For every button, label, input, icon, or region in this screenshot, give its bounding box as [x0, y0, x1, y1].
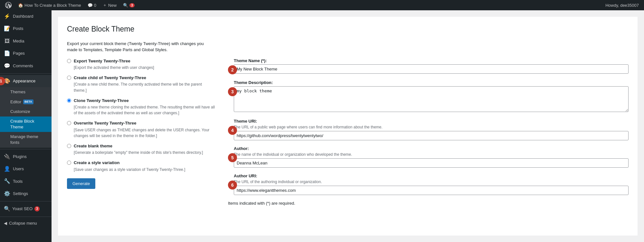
sidebar-item-users[interactable]: 👤 Users [0, 163, 52, 175]
comments-count: 0 [94, 3, 96, 8]
sidebar-item-posts[interactable]: 📝 Posts [0, 23, 52, 35]
new-content-button[interactable]: ＋ New [100, 0, 119, 10]
comments-link[interactable]: 💬 0 [85, 0, 99, 10]
page-title: Create Block Theme [67, 24, 629, 34]
sidebar-item-dashboard[interactable]: ⚡ Dashboard [0, 10, 52, 23]
radio-clone[interactable] [67, 98, 71, 103]
yoast-notifications[interactable]: 🔍 3 [120, 0, 137, 10]
radio-clone-label: Clone Twenty Twenty-Three [Create a new … [74, 98, 215, 116]
radio-style-variation[interactable] [67, 161, 71, 165]
generate-button[interactable]: Generate [67, 178, 95, 189]
pages-label: Pages [13, 51, 25, 56]
step-6-circle: 6 [228, 181, 237, 190]
pages-icon: 📄 [4, 50, 10, 57]
admin-bar: 🏠 How To Create a Block Theme 💬 0 ＋ New … [0, 0, 644, 10]
sidebar-item-create-block-theme[interactable]: Create Block Theme [0, 116, 52, 132]
comments-icon: 💬 [88, 3, 93, 8]
sidebar-item-plugins[interactable]: 🔌 Plugins [0, 151, 52, 163]
theme-uri-field-group: Theme URI: The URL of a public web page … [234, 119, 629, 140]
author-uri-label: Author URI: [234, 173, 629, 178]
plugins-icon: 🔌 [4, 153, 10, 160]
media-icon: 🖼 [4, 38, 10, 45]
sidebar-item-pages[interactable]: 📄 Pages [0, 47, 52, 60]
customize-label: Customize [10, 109, 30, 115]
comments-icon: 💬 [4, 62, 10, 70]
wp-logo-button[interactable] [3, 0, 14, 10]
radio-group: Export Twenty Twenty-Three [Export the a… [67, 58, 215, 172]
step-3-circle: 3 [228, 87, 237, 96]
author-input[interactable] [234, 158, 629, 168]
sidebar-item-editor[interactable]: Editor beta [0, 97, 52, 107]
form-fields-column: 2 Theme Name (*): 3 Theme Description: m… [228, 58, 629, 206]
sidebar-item-tools[interactable]: 🔧 Tools [0, 175, 52, 187]
main-content: Create Block Theme Export your current b… [52, 10, 644, 242]
sidebar-item-comments[interactable]: 💬 Comments [0, 60, 52, 72]
radio-option-child: Create child of Twenty Twenty-Three [Cre… [67, 75, 215, 93]
sidebar-item-themes[interactable]: Themes [0, 87, 52, 97]
sidebar-item-customize[interactable]: Customize [0, 107, 52, 116]
sidebar-item-media[interactable]: 🖼 Media [0, 35, 52, 47]
dashboard-label: Dashboard [13, 14, 33, 19]
plus-icon: ＋ [103, 2, 107, 8]
notification-count: 3 [129, 3, 135, 7]
plugins-label: Plugins [13, 154, 27, 160]
settings-icon: ⚙️ [4, 190, 10, 197]
required-note: Items indicated with (*) are required. [228, 201, 629, 206]
radio-option-export: Export Twenty Twenty-Three [Export the a… [67, 58, 215, 70]
appearance-label: Appearance [13, 78, 35, 84]
radio-export[interactable] [67, 59, 71, 63]
yoast-icon: 🔍 [123, 3, 128, 8]
site-name-link[interactable]: 🏠 How To Create a Block Theme [15, 0, 84, 10]
sidebar-item-yoast[interactable]: 🔍 Yoast SEO 3 [0, 203, 52, 215]
author-uri-input[interactable] [234, 186, 629, 195]
radio-style-variation-label: Create a style variation [Save user chan… [74, 160, 185, 172]
settings-label: Settings [13, 191, 28, 197]
theme-description-field-group: Theme Description: my block theme [234, 80, 629, 113]
yoast-badge: 3 [34, 206, 40, 211]
admin-sidebar: ⚡ Dashboard 📝 Posts 🖼 Media 📄 Pages 💬 Co… [0, 10, 52, 242]
step-2-circle: 2 [228, 65, 237, 74]
radio-overwrite[interactable] [67, 121, 71, 125]
theme-name-label: Theme Name (*): [234, 58, 629, 63]
radio-overwrite-label: Overwrite Twenty Twenty-Three [Save USER… [74, 120, 215, 139]
radio-child[interactable] [67, 76, 71, 80]
author-sublabel: The name of the individual or organizati… [234, 152, 629, 157]
radio-option-blank: Create blank theme [Generate a boilerpla… [67, 143, 215, 155]
tools-label: Tools [13, 179, 23, 184]
collapse-menu-button[interactable]: ◀ Collapse menu [0, 218, 52, 228]
content-wrap: Create Block Theme Export your current b… [58, 17, 638, 236]
export-description: Export your current block theme (Twenty … [67, 41, 215, 53]
sidebar-item-appearance[interactable]: 🎨 Appearance 1 [0, 75, 52, 87]
users-icon: 👤 [4, 165, 10, 172]
posts-icon: 📝 [4, 25, 10, 32]
author-uri-sublabel: The URL of the authoring individual or o… [234, 180, 629, 184]
theme-name-input[interactable] [234, 64, 629, 74]
theme-uri-sublabel: The URL of a public web page where users… [234, 125, 629, 129]
manage-theme-fonts-label: Manage theme fonts [10, 134, 48, 145]
beta-badge: beta [23, 99, 33, 104]
collapse-menu-label: Collapse menu [9, 221, 37, 226]
radio-option-clone: Clone Twenty Twenty-Three [Create a new … [67, 98, 215, 116]
radio-option-overwrite: Overwrite Twenty Twenty-Three [Save USER… [67, 120, 215, 139]
howdy-text: Howdy, dee35007 [603, 3, 641, 8]
sidebar-item-settings[interactable]: ⚙️ Settings [0, 188, 52, 200]
radio-export-label: Export Twenty Twenty-Three [Export the a… [74, 58, 154, 70]
users-label: Users [13, 166, 24, 172]
media-label: Media [13, 38, 24, 44]
theme-description-textarea[interactable]: my block theme [234, 86, 629, 112]
comments-label: Comments [13, 63, 33, 69]
radio-option-style-variation: Create a style variation [Save user chan… [67, 160, 215, 172]
radio-child-label: Create child of Twenty Twenty-Three [Cre… [74, 75, 215, 93]
new-label: New [108, 3, 117, 8]
step-5-circle: 5 [228, 153, 237, 162]
theme-uri-input[interactable] [234, 131, 629, 140]
author-label: Author: [234, 146, 629, 151]
step-4-circle: 4 [228, 126, 237, 135]
radio-options-column: Export Twenty Twenty-Three [Export the a… [67, 58, 215, 189]
sidebar-item-manage-theme-fonts[interactable]: Manage theme fonts [0, 132, 52, 147]
tools-icon: 🔧 [4, 178, 10, 185]
editor-label: Editor [10, 99, 21, 105]
theme-uri-label: Theme URI: [234, 119, 629, 124]
collapse-arrow-icon: ◀ [4, 221, 7, 226]
radio-blank[interactable] [67, 144, 71, 148]
